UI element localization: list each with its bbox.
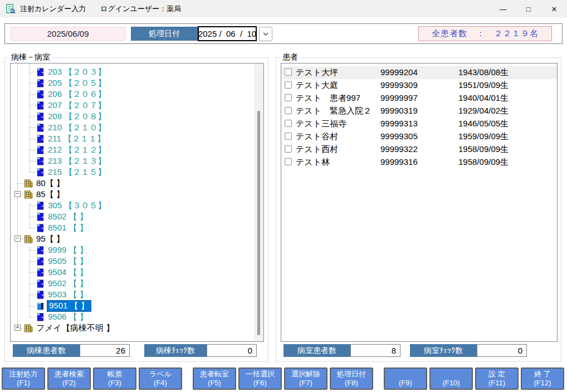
tree-node-room[interactable]: 205 【２０５】 [11,77,254,89]
function-button-f1[interactable]: 注射処方(F1) [2,367,45,390]
tree-node-label[interactable]: 9505 【 】 [48,256,88,267]
tree-node-label-selected[interactable]: 9501 【 】 [47,300,91,312]
patient-checkbox[interactable] [285,158,292,165]
tree-scrollbar[interactable] [254,63,263,341]
collapse-icon[interactable]: − [14,236,21,242]
tree-node-label[interactable]: 80【 】 [36,178,65,189]
tree-node-label[interactable]: 208 【２０８】 [48,111,106,122]
patient-checkbox[interactable] [285,68,292,76]
patient-row[interactable]: テスト谷村999993051959/09/09生 [281,130,557,143]
tree-scrollbar-thumb[interactable] [257,111,260,335]
door-icon [36,112,45,121]
tree-node-label[interactable]: 211 【２１１】 [48,134,105,144]
tree-node-label[interactable]: 205 【２０５】 [48,78,106,89]
tree-node-room[interactable]: 9999 【 】 [11,244,254,256]
tree-node-room[interactable]: 211 【２１１】 [11,133,254,144]
function-button-key: (F10) [442,379,460,388]
function-button-f9[interactable]: (F9) [384,367,427,390]
patient-checkbox[interactable] [285,120,292,127]
tree-node-room[interactable]: 208 【２０８】 [11,111,254,122]
tree-node-room[interactable]: 210 【２１０】 [11,122,254,133]
door-icon [36,79,45,87]
process-date-dropdown-button[interactable] [259,27,272,41]
patient-row[interactable]: テスト大坪999992041943/08/08生 [281,66,557,79]
tree-node-label[interactable]: 305 【３０５】 [48,200,106,211]
function-button-f6[interactable]: 一括選択(F6) [238,367,282,390]
patient-checkbox[interactable] [285,107,292,114]
patient-row[interactable]: テスト林999993161958/09/09生 [281,156,557,169]
tree-node-label[interactable]: フメイ【病棟不明 】 [36,323,114,334]
function-button-f11[interactable]: 設 定(F11) [475,367,519,390]
function-button-f7[interactable]: 選択解除(F7) [284,367,328,390]
patient-checkbox[interactable] [285,133,292,140]
tree-node-label[interactable]: 203 【２０３】 [48,67,106,77]
patient-row[interactable]: テスト 緊急入院２999903191929/04/02生 [281,105,557,117]
tree-node-label[interactable]: 9506 【 】 [48,312,88,322]
patient-birthdate: 1958/09/09生 [458,157,509,168]
tree-node-room[interactable]: 9501 【 】 [11,300,254,311]
tree-node-ward[interactable]: −95【 】 [11,233,254,244]
room-stat-value: 8 [350,344,400,357]
door-icon [36,213,45,221]
tree-node-room[interactable]: 212 【２１２】 [11,144,254,155]
tree-node-room[interactable]: 207 【２０７】 [11,100,254,111]
title-bar: 注射カレンダー入力 ログインユーザー：薬局 — □ ✕ [0,0,567,18]
patient-checkbox[interactable] [285,94,292,101]
maximize-button[interactable]: □ [516,0,541,18]
tree-node-label[interactable]: 9504 【 】 [48,267,88,278]
collapse-icon[interactable]: − [14,191,21,197]
tree-node-label[interactable]: 8501 【 】 [48,223,88,233]
tree-node-room[interactable]: 9502 【 】 [11,278,254,289]
process-date-button[interactable]: 処理日付 [131,27,198,41]
function-button-key: (F5) [208,379,221,388]
tree-node-label[interactable]: 207 【２０７】 [48,100,106,111]
tree-node-room[interactable]: 206 【２０６】 [11,89,254,100]
function-button-f10[interactable]: (F10) [429,367,473,390]
tree-node-label[interactable]: 206 【２０６】 [48,89,106,100]
tree-node-label[interactable]: 9503 【 】 [48,290,88,300]
tree-node-room[interactable]: 9506 【 】 [11,311,254,322]
tree-node-label[interactable]: 210 【２１０】 [48,122,106,133]
function-button-f2[interactable]: 患者検索(F2) [47,367,91,390]
tree-node-label[interactable]: 213 【２１３】 [48,156,106,166]
tree-node-room[interactable]: 9504 【 】 [11,267,254,278]
ward-room-panel: 病棟－病室 203 【２０３】205 【２０５】206 【２０６】207 【２０… [4,57,268,362]
tree-node-room[interactable]: 203 【２０３】 [11,66,254,77]
tree-node-label[interactable]: 95【 】 [36,234,65,244]
tree-node-room[interactable]: 8502 【 】 [11,211,254,222]
function-button-f4[interactable]: ラベル(F4) [139,367,182,390]
patient-checkbox[interactable] [285,145,292,153]
patient-row[interactable]: テスト 患者997999999971940/04/01生 [281,92,557,105]
tree-node-room[interactable]: 8501 【 】 [11,222,254,233]
tree-node-label[interactable]: 215 【２１５】 [48,167,106,178]
patient-id: 99999309 [380,80,418,90]
tree-node-ward[interactable]: +フメイ【病棟不明 】 [11,322,254,334]
function-button-f3[interactable]: 帳票(F3) [93,367,136,390]
function-button-f5[interactable]: 患者転室(F5) [193,367,236,390]
expand-icon[interactable]: + [14,325,21,331]
function-button-f8[interactable]: 処理日付(F8) [330,367,373,390]
tree-node-room[interactable]: 215 【２１５】 [11,166,254,178]
tree-node-label[interactable]: 9999 【 】 [48,245,88,256]
patient-name: テスト大坪 [296,67,338,78]
tree-node-room[interactable]: 305 【３０５】 [11,200,254,211]
tree-node-ward[interactable]: −85【 】 [11,189,254,200]
tree-node-label[interactable]: 9502 【 】 [48,278,88,289]
patient-row[interactable]: テスト大庭999993091951/09/09生 [281,79,557,92]
close-button[interactable]: ✕ [541,0,567,18]
function-button-label: 患者検索 [55,370,84,379]
tree-node-room[interactable]: 9505 【 】 [11,256,254,267]
patient-row[interactable]: テスト三福寺999993131946/05/05生 [281,117,557,130]
tree-node-label[interactable]: 212 【２１２】 [48,145,106,155]
process-date-input[interactable]: 2025 / 06 / 10 [198,26,257,41]
tree-node-ward[interactable]: 80【 】 [11,178,254,189]
tree-node-label[interactable]: 85【 】 [36,189,65,200]
patient-checkbox[interactable] [285,81,292,89]
function-button-f12[interactable]: 終 了(F12) [521,367,564,390]
minimize-button[interactable]: — [490,0,516,18]
tree-node-room[interactable]: 213 【２１３】 [11,155,254,166]
tree-node-label[interactable]: 8502 【 】 [48,212,88,222]
login-user-label: ログインユーザー：薬局 [100,4,181,14]
patient-row[interactable]: テスト西村999993221958/09/09生 [281,143,557,156]
tree-node-room[interactable]: 9503 【 】 [11,289,254,300]
